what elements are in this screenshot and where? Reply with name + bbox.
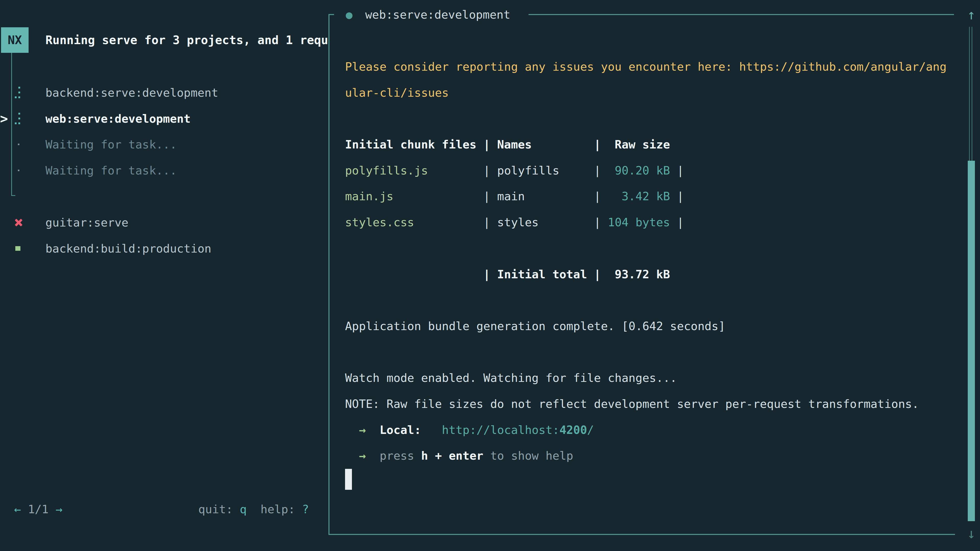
panel-border-top (528, 14, 954, 15)
terminal-line (345, 339, 956, 365)
task-label: Waiting for task... (45, 164, 177, 177)
panel-border-left (328, 14, 329, 535)
task-row[interactable]: guitar:serve (0, 210, 328, 235)
task-label: guitar:serve (45, 216, 128, 229)
sidebar-title: Running serve for 3 projects, and 1 requ (45, 27, 328, 53)
waiting-dot-icon (15, 165, 20, 176)
terminal-line: Initial chunk files | Names | Raw size (345, 132, 956, 158)
panel-border-top-stub (328, 14, 334, 15)
panel-title: web:serve:development (365, 8, 511, 21)
terminal-line: main.js | main | 3.42 kB | (345, 183, 956, 210)
help-hint-label: help: (261, 503, 295, 516)
terminal-cursor (345, 469, 352, 490)
scrollbar-thumb[interactable] (968, 161, 975, 521)
quit-hint-key: q (240, 503, 247, 516)
waiting-dot-icon (15, 138, 20, 150)
terminal-line (345, 235, 956, 262)
terminal-line: Please consider reporting any issues you… (345, 54, 956, 80)
failed-x-icon (15, 219, 22, 226)
terminal-line: styles.css | styles | 104 bytes | (345, 210, 956, 235)
terminal-line: → Local: http://localhost:4200/ (345, 417, 956, 443)
running-status-dot-icon: ● (346, 10, 352, 19)
task-group-bracket-foot (11, 195, 15, 196)
nx-logo-text: NX (8, 33, 22, 47)
spinner-icon (15, 113, 20, 124)
terminal-line: Watch mode enabled. Watching for file ch… (345, 365, 956, 391)
prev-page-arrow[interactable]: ← (14, 503, 21, 516)
spinner-icon (15, 87, 20, 98)
terminal-line: | Initial total | 93.72 kB (345, 262, 956, 287)
help-hint-key: ? (302, 503, 309, 516)
nx-logo: NX (1, 27, 29, 53)
scroll-down-arrow-icon[interactable]: ↓ (964, 524, 978, 544)
terminal-line: NOTE: Raw file sizes do not reflect deve… (345, 391, 956, 417)
task-label: backend:build:production (45, 241, 211, 255)
task-label: Waiting for task... (45, 138, 177, 151)
page-indicator: 1/1 (28, 503, 48, 516)
quit-hint-label: quit: (198, 503, 233, 516)
terminal-line (345, 287, 956, 313)
success-square-icon (15, 246, 21, 251)
terminal-line: → press h + enter to show help (345, 443, 956, 469)
tasks-sidebar: NX Running serve for 3 projects, and 1 r… (0, 0, 328, 551)
task-row[interactable]: backend:build:production (0, 235, 328, 262)
panel-header: ● web:serve:development (346, 2, 511, 27)
scrollbar-track[interactable] (969, 27, 972, 161)
task-label: web:serve:development (45, 112, 191, 125)
task-row[interactable]: Waiting for task... (0, 157, 328, 183)
next-page-arrow[interactable]: → (56, 503, 62, 516)
terminal-line: polyfills.js | polyfills | 90.20 kB | (345, 158, 956, 184)
task-row[interactable]: backend:serve:development (0, 79, 328, 106)
pagination: ← 1/1 → (14, 497, 62, 521)
completed-task-list: guitar:servebackend:build:production (0, 210, 328, 261)
scroll-up-arrow-icon[interactable]: ↑ (964, 5, 978, 25)
keyboard-hints: quit: q help: ? (198, 497, 309, 521)
task-row[interactable]: >web:serve:development (0, 106, 328, 132)
terminal-line: ular-cli/issues (345, 80, 956, 106)
task-row[interactable]: Waiting for task... (0, 131, 328, 157)
terminal-line (345, 106, 956, 132)
task-list: backend:serve:development>web:serve:deve… (0, 79, 328, 183)
terminal-line (345, 469, 956, 495)
task-label: backend:serve:development (45, 86, 218, 99)
nx-tui-screen: NX Running serve for 3 projects, and 1 r… (0, 0, 980, 551)
terminal-output: Please consider reporting any issues you… (345, 54, 956, 495)
terminal-line: Application bundle generation complete. … (345, 313, 956, 339)
panel-border-bottom (328, 534, 955, 535)
selected-chevron-icon: > (0, 111, 8, 126)
